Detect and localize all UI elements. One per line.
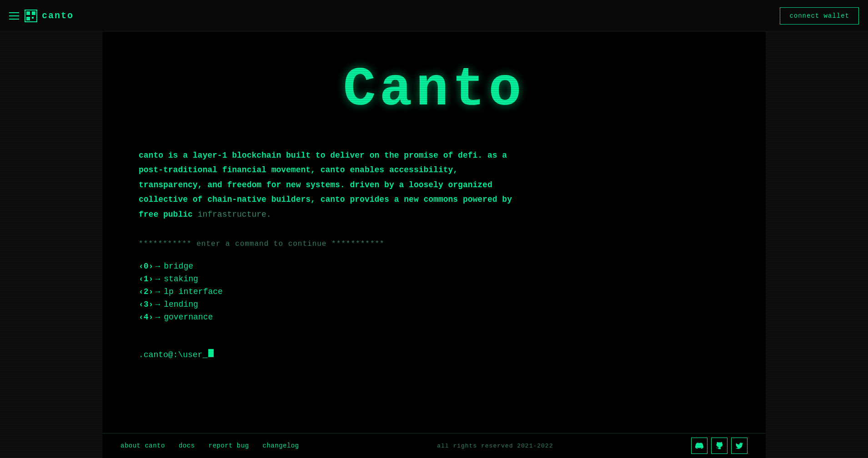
menu-item-label: governance (164, 313, 213, 322)
desc-line4: collective of chain-native builders, can… (139, 195, 512, 204)
header-left: canto (9, 10, 74, 22)
twitter-icon[interactable] (731, 438, 748, 454)
logo-text: canto (42, 10, 74, 21)
side-panel-right (766, 0, 868, 458)
desc-line1: canto is a layer-1 blockchain built to d… (139, 151, 507, 160)
svg-rect-3 (32, 17, 34, 19)
menu-item-label: staking (164, 274, 198, 284)
menu-item-label: bridge (164, 262, 193, 271)
side-panel-left (0, 0, 102, 458)
main-wrapper: Canto canto is a layer-1 blockchain buil… (102, 0, 766, 458)
menu-item-key: ‹3› (139, 300, 153, 309)
menu-item-label: lending (164, 300, 198, 309)
footer-link-changelog[interactable]: changelog (263, 442, 299, 449)
logo-container[interactable]: canto (25, 10, 74, 22)
menu-item-key: ‹4› (139, 313, 153, 322)
footer-social (691, 438, 748, 454)
terminal-content: Canto canto is a layer-1 blockchain buil… (102, 32, 766, 431)
enter-command-prompt: *********** enter a command to continue … (139, 240, 729, 248)
menu-item[interactable]: ‹0› → bridge (139, 262, 729, 271)
header: canto connect wallet (0, 0, 868, 32)
footer: about cantodocsreport bugchangelog all r… (102, 433, 766, 458)
github-icon[interactable] (711, 438, 728, 454)
svg-rect-1 (32, 11, 35, 15)
command-prompt-line: .canto@:\user_ (139, 349, 729, 359)
desc-line5-normal: infrastructure. (193, 210, 271, 219)
svg-rect-0 (26, 11, 30, 15)
menu-item[interactable]: ‹1› → staking (139, 274, 729, 284)
menu-item-label: lp interface (164, 287, 223, 296)
footer-link-docs[interactable]: docs (179, 442, 195, 449)
footer-link-about-canto[interactable]: about canto (120, 442, 165, 449)
menu-item-arrow: → (155, 287, 160, 296)
menu-item-arrow: → (155, 262, 160, 271)
connect-wallet-button[interactable]: connect wallet (780, 7, 859, 25)
svg-rect-2 (26, 17, 30, 20)
menu-item-key: ‹2› (139, 287, 153, 296)
description-block: canto is a layer-1 blockchain built to d… (139, 148, 729, 222)
menu-item-arrow: → (155, 300, 160, 309)
menu-list: ‹0› → bridge‹1› → staking‹2› → lp interf… (139, 262, 729, 322)
menu-item-arrow: → (155, 274, 160, 284)
desc-line3: transparency, and freedom for new system… (139, 180, 492, 189)
desc-line2: post-traditional financial movement, can… (139, 165, 458, 174)
logo-icon (25, 10, 37, 22)
desc-line5-bold: free public (139, 210, 193, 219)
hamburger-menu-icon[interactable] (9, 12, 19, 20)
prompt-text: .canto@:\user_ (139, 350, 207, 359)
page-title: Canto (139, 59, 729, 121)
footer-links: about cantodocsreport bugchangelog (120, 442, 299, 449)
discord-icon[interactable] (691, 438, 707, 454)
menu-item[interactable]: ‹4› → governance (139, 313, 729, 322)
menu-item-arrow: → (155, 313, 160, 322)
footer-copyright: all rights reserved 2021-2022 (437, 443, 553, 449)
footer-link-report-bug[interactable]: report bug (209, 442, 249, 449)
menu-item[interactable]: ‹2› → lp interface (139, 287, 729, 296)
menu-item-key: ‹0› (139, 262, 153, 271)
menu-item[interactable]: ‹3› → lending (139, 300, 729, 309)
menu-item-key: ‹1› (139, 274, 153, 284)
cursor-block (208, 349, 214, 357)
